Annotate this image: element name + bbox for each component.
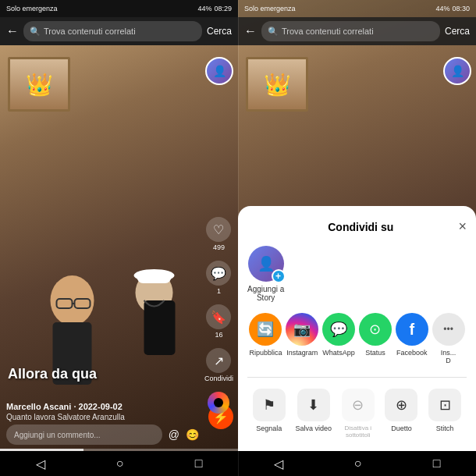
right-search-bar: ← 🔍 Trova contenuti correlati Cerca <box>238 17 476 45</box>
like-action[interactable]: ♡ 499 <box>206 217 231 251</box>
left-search-bar: ← 🔍 Trova contenuti correlati Cerca <box>0 17 238 45</box>
screen-container: Solo emergenza 44% 08:29 ← 🔍 Trova conte… <box>0 0 476 476</box>
duetto-icon: ⊕ <box>385 389 417 421</box>
share-status[interactable]: ⊙ Status <box>358 313 393 357</box>
segnala-icon: ⚑ <box>253 389 286 421</box>
panel-divider <box>238 0 239 476</box>
music-action[interactable] <box>208 392 229 414</box>
share-icon: ↗ <box>206 348 231 373</box>
comment-bar: Aggiungi un commento... @ 😊 <box>6 424 199 445</box>
bookmark-action[interactable]: 🔖 16 <box>206 304 231 339</box>
action-buttons: ♡ 499 💬 1 🔖 16 ↗ <box>204 217 233 414</box>
story-item[interactable]: 👤 + Aggiungi aStory <box>247 246 284 302</box>
left-video-bg: 👑 👤 <box>0 45 238 476</box>
left-search-input-box[interactable]: 🔍 Trova contenuti correlati <box>23 21 202 41</box>
story-section: 👤 + Aggiungi aStory <box>247 246 467 302</box>
repost-label: Ripubblica <box>249 349 282 357</box>
more-platforms-label: Ins...D <box>441 349 456 364</box>
left-search-placeholder: Trova contenuti correlati <box>44 27 136 36</box>
right-nav-back[interactable]: ◁ <box>274 456 283 471</box>
comment-input[interactable]: Aggiungi un commento... <box>6 424 162 445</box>
caption-text: Allora da qua <box>8 366 97 382</box>
share-whatsapp[interactable]: 💬 WhatsApp <box>321 313 356 357</box>
left-nav-recent[interactable]: □ <box>195 456 203 471</box>
salva-video-icon: ⬇ <box>297 389 330 421</box>
right-nav-recent[interactable]: □ <box>433 456 441 471</box>
right-nav-bar: ◁ ○ □ <box>238 451 476 476</box>
wall-painting: 👑 <box>8 57 70 112</box>
left-status-right: 44% 08:29 <box>197 5 232 12</box>
segnala-label: Segnala <box>256 424 282 432</box>
modal-close-button[interactable]: × <box>458 218 467 235</box>
instagram-icon: 📷 <box>286 313 318 346</box>
left-back-button[interactable]: ← <box>6 24 19 38</box>
comment-icon: 💬 <box>206 261 231 286</box>
story-plus-icon: + <box>272 269 286 283</box>
like-count: 499 <box>213 243 225 251</box>
story-label: Aggiungi aStory <box>247 285 284 302</box>
share-more[interactable]: ••• Ins...D <box>432 313 466 364</box>
comment-count: 1 <box>217 287 221 295</box>
comment-action[interactable]: 💬 1 <box>206 261 231 295</box>
share-instagram[interactable]: 📷 Instagram <box>285 313 319 357</box>
profile-avatar-small[interactable]: 👤 <box>205 57 233 85</box>
facebook-icon: f <box>396 313 428 346</box>
left-nav-home[interactable]: ○ <box>116 456 124 471</box>
left-search-icon: 🔍 <box>30 27 41 37</box>
more-platforms-icon: ••• <box>432 313 465 346</box>
right-search-input-box[interactable]: 🔍 Trova contenuti correlati <box>261 21 440 41</box>
left-video-area: 👑 👤 <box>0 45 238 476</box>
left-nav-back[interactable]: ◁ <box>36 456 45 471</box>
right-battery: 44% <box>435 5 449 12</box>
emoji-icon[interactable]: 😊 <box>186 428 199 441</box>
story-avatar: 👤 + <box>248 246 284 282</box>
modal-header: Condividi su × <box>247 218 467 235</box>
left-panel: Solo emergenza 44% 08:29 ← 🔍 Trova conte… <box>0 0 238 476</box>
music-disc <box>208 392 229 414</box>
video-description: Quanto lavora Salvatore Aranzulla <box>6 413 199 421</box>
action-duetto[interactable]: ⊕ Duetto <box>384 389 418 432</box>
action-salva-video[interactable]: ⬇ Salva video <box>296 389 332 432</box>
user-info: Marcello Ascani · 2022-09-02 Quanto lavo… <box>6 402 199 421</box>
action-disattiva: ⊖ Disattiva isottotitoli <box>341 389 375 439</box>
right-cerca-button[interactable]: Cerca <box>445 26 470 37</box>
right-search-icon: 🔍 <box>268 27 279 37</box>
left-battery: 44% <box>197 5 211 12</box>
instagram-label: Instagram <box>286 349 318 357</box>
salva-video-label: Salva video <box>296 424 332 432</box>
share-facebook[interactable]: f Facebook <box>395 313 429 357</box>
status-label: Status <box>365 349 385 357</box>
disattiva-icon: ⊖ <box>342 389 375 421</box>
right-nav-home[interactable]: ○ <box>354 456 362 471</box>
status-icon: ⊙ <box>359 313 392 346</box>
share-repost[interactable]: 🔄 Ripubblica <box>248 313 282 357</box>
share-label: Condividi <box>204 375 233 382</box>
right-back-button[interactable]: ← <box>244 24 257 38</box>
duetto-label: Duetto <box>391 424 412 432</box>
left-cerca-button[interactable]: Cerca <box>207 26 232 37</box>
music-disc-inner <box>214 398 223 407</box>
left-nav-bar: ◁ ○ □ <box>0 451 238 476</box>
painting-face: 👑 <box>10 59 68 109</box>
bookmark-count: 16 <box>215 331 222 339</box>
at-icon[interactable]: @ <box>169 428 179 441</box>
right-search-placeholder: Trova contenuti correlati <box>282 27 374 36</box>
right-status-text: Solo emergenza <box>244 5 296 12</box>
stitch-label: Stitch <box>436 424 454 432</box>
share-modal-overlay: Condividi su × 👤 + Aggiungi aStory <box>238 0 476 476</box>
share-modal-sheet: Condividi su × 👤 + Aggiungi aStory <box>238 206 476 451</box>
svg-rect-8 <box>144 300 176 355</box>
repost-icon: 🔄 <box>249 313 282 346</box>
right-status-right: 44% 08:30 <box>435 5 470 12</box>
right-status-bar: Solo emergenza 44% 08:30 <box>238 0 476 17</box>
svg-rect-7 <box>137 271 172 283</box>
whatsapp-icon: 💬 <box>322 313 355 346</box>
action-segnala[interactable]: ⚑ Segnala <box>252 389 286 432</box>
username: Marcello Ascani · 2022-09-02 <box>6 402 199 411</box>
action-stitch[interactable]: ⊡ Stitch <box>428 389 462 432</box>
left-status-bar: Solo emergenza 44% 08:29 <box>0 0 238 17</box>
share-action[interactable]: ↗ Condividi <box>204 348 233 382</box>
modal-title: Condividi su <box>263 221 458 233</box>
bookmark-icon: 🔖 <box>206 304 231 329</box>
whatsapp-label: WhatsApp <box>322 349 355 357</box>
